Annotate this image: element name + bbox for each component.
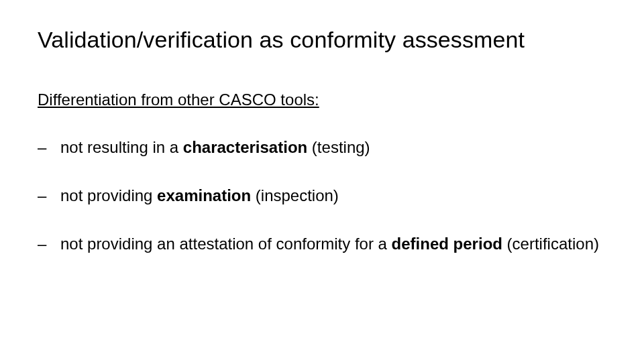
slide: Validation/verification as conformity as… xyxy=(0,0,644,362)
bullet-text-post: (certification) xyxy=(502,235,599,253)
list-item: not resulting in a characterisation (tes… xyxy=(38,137,612,158)
bullet-text-pre: not resulting in a xyxy=(60,138,183,156)
bullet-list: not resulting in a characterisation (tes… xyxy=(38,137,612,254)
bullet-text-post: (testing) xyxy=(307,138,370,156)
slide-title: Validation/verification as conformity as… xyxy=(38,27,612,53)
bullet-text-pre: not providing an attestation of conformi… xyxy=(60,235,392,253)
bullet-text-bold: characterisation xyxy=(183,138,307,156)
bullet-text-post: (inspection) xyxy=(251,186,339,204)
bullet-text-pre: not providing xyxy=(60,186,157,204)
bullet-text-bold: examination xyxy=(157,186,251,204)
slide-subtitle: Differentiation from other CASCO tools: xyxy=(38,90,612,109)
list-item: not providing an attestation of conformi… xyxy=(38,234,612,254)
bullet-text-bold: defined period xyxy=(392,235,502,253)
list-item: not providing examination (inspection) xyxy=(38,186,612,206)
